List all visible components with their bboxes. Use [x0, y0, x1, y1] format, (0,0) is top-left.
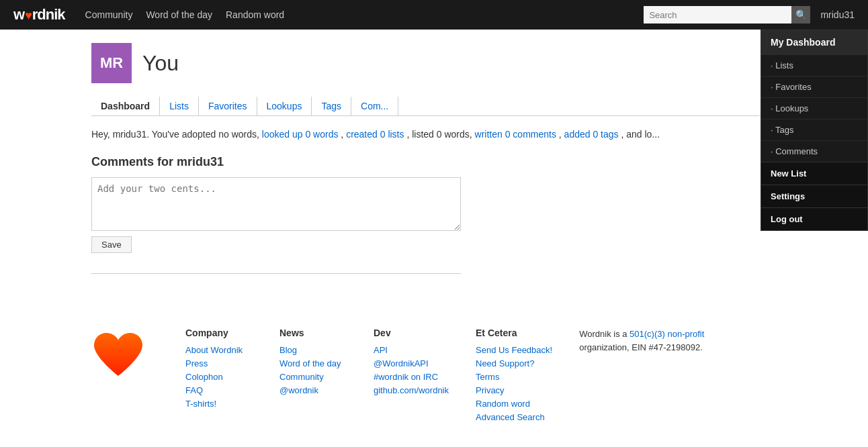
footer-blog[interactable]: Blog [279, 345, 347, 355]
dropdown-favorites[interactable]: · Favorites [761, 76, 867, 97]
dropdown-comments[interactable]: · Comments [761, 140, 867, 162]
footer-nonprofit: Wordnik is a 501(c)(3) non-profit organi… [579, 328, 713, 354]
footer-dev: Dev API @WordnikAPI #wordnik on IRC gith… [374, 328, 449, 399]
logo[interactable]: w♥rdnik [13, 6, 65, 23]
logo-text: w♥rdnik [13, 6, 65, 23]
nav-random-word[interactable]: Random word [226, 9, 284, 20]
dropdown-tags[interactable]: · Tags [761, 119, 867, 140]
info-comma3: , [559, 129, 564, 140]
footer-community[interactable]: Community [279, 372, 347, 382]
tab-tags[interactable]: Tags [312, 97, 351, 115]
footer-company-title: Company [185, 328, 253, 338]
footer-etc: Et Cetera Send Us Feedback! Need Support… [476, 328, 552, 426]
footer-privacy[interactable]: Privacy [476, 385, 552, 395]
footer-tshirts[interactable]: T-shirts! [185, 399, 253, 409]
search-area: 🔍 [644, 6, 810, 23]
comments-title: Comments for mridu31 [91, 155, 777, 169]
logo-heart-icon: ♥ [25, 9, 32, 22]
nav-word-of-day[interactable]: Word of the day [146, 9, 212, 20]
footer-inner: Company About Wordnik Press Colophon FAQ… [91, 328, 777, 426]
info-added[interactable]: added 0 tags [564, 129, 619, 140]
footer-news: News Blog Word of the day Community @wor… [279, 328, 347, 399]
footer-dev-title: Dev [374, 328, 449, 338]
tab-navigation: Dashboard Lists Favorites Lookups Tags C… [91, 97, 777, 116]
footer-advanced-search[interactable]: Advanced Search [476, 412, 552, 422]
footer: Company About Wordnik Press Colophon FAQ… [78, 307, 790, 439]
dropdown-header: My Dashboard [761, 30, 867, 54]
dropdown-settings[interactable]: Settings [761, 185, 867, 207]
tab-comments[interactable]: Com... [351, 97, 398, 115]
footer-colophon[interactable]: Colophon [185, 372, 253, 382]
dropdown-lookups[interactable]: · Lookups [761, 97, 867, 119]
section-divider [91, 273, 461, 274]
main-content: MR You Dashboard Lists Favorites Lookups… [78, 30, 790, 307]
info-comma1: , [341, 129, 346, 140]
comments-section: Comments for mridu31 Save [91, 155, 777, 253]
info-suffix: , and lo... [621, 129, 660, 140]
nav-community[interactable]: Community [85, 9, 133, 20]
profile-header: MR You [91, 43, 777, 83]
dropdown-new-list[interactable]: New List [761, 162, 867, 185]
search-button[interactable]: 🔍 [791, 6, 810, 23]
search-input[interactable] [644, 6, 791, 23]
footer-etc-title: Et Cetera [476, 328, 552, 338]
tab-dashboard[interactable]: Dashboard [91, 97, 160, 115]
footer-nonprofit-link[interactable]: 501(c)(3) non-profit [630, 329, 704, 339]
avatar: MR [91, 43, 132, 83]
footer-news-title: News [279, 328, 347, 338]
profile-name: You [142, 51, 179, 76]
footer-company: Company About Wordnik Press Colophon FAQ… [185, 328, 253, 412]
footer-irc[interactable]: #wordnik on IRC [374, 372, 449, 382]
footer-wordnik-api-twitter[interactable]: @WordnikAPI [374, 358, 449, 368]
dropdown-logout[interactable]: Log out [761, 207, 867, 230]
info-prefix: Hey, mridu31. You've adopted no words, [91, 129, 262, 140]
info-created[interactable]: created 0 lists [346, 129, 404, 140]
info-comma2: , listed 0 words, [406, 129, 474, 140]
footer-wordnik-twitter[interactable]: @wordnik [279, 385, 347, 395]
footer-terms[interactable]: Terms [476, 372, 552, 382]
footer-github[interactable]: github.com/wordnik [374, 385, 449, 395]
info-looked-up[interactable]: looked up 0 words [262, 129, 339, 140]
footer-press[interactable]: Press [185, 358, 253, 368]
main-nav: Community Word of the day Random word [85, 9, 644, 20]
user-menu-trigger[interactable]: mridu31 [820, 9, 855, 20]
header: w♥rdnik Community Word of the day Random… [0, 0, 868, 30]
info-written[interactable]: written 0 comments [475, 129, 556, 140]
footer-about[interactable]: About Wordnik [185, 345, 253, 355]
tab-favorites[interactable]: Favorites [199, 97, 257, 115]
dropdown-lists[interactable]: · Lists [761, 54, 867, 76]
footer-feedback[interactable]: Send Us Feedback! [476, 345, 552, 355]
footer-random-word[interactable]: Random word [476, 399, 552, 409]
footer-heart-icon [91, 328, 145, 389]
comment-textarea[interactable] [91, 177, 461, 231]
tab-lookups[interactable]: Lookups [257, 97, 312, 115]
save-button[interactable]: Save [91, 236, 132, 253]
search-icon: 🔍 [795, 9, 807, 20]
footer-support[interactable]: Need Support? [476, 358, 552, 368]
footer-word-of-day[interactable]: Word of the day [279, 358, 347, 368]
tab-lists[interactable]: Lists [160, 97, 199, 115]
footer-api[interactable]: API [374, 345, 449, 355]
info-text: Hey, mridu31. You've adopted no words, l… [91, 127, 777, 142]
user-dropdown: My Dashboard · Lists · Favorites · Looku… [761, 30, 868, 231]
footer-faq[interactable]: FAQ [185, 385, 253, 395]
